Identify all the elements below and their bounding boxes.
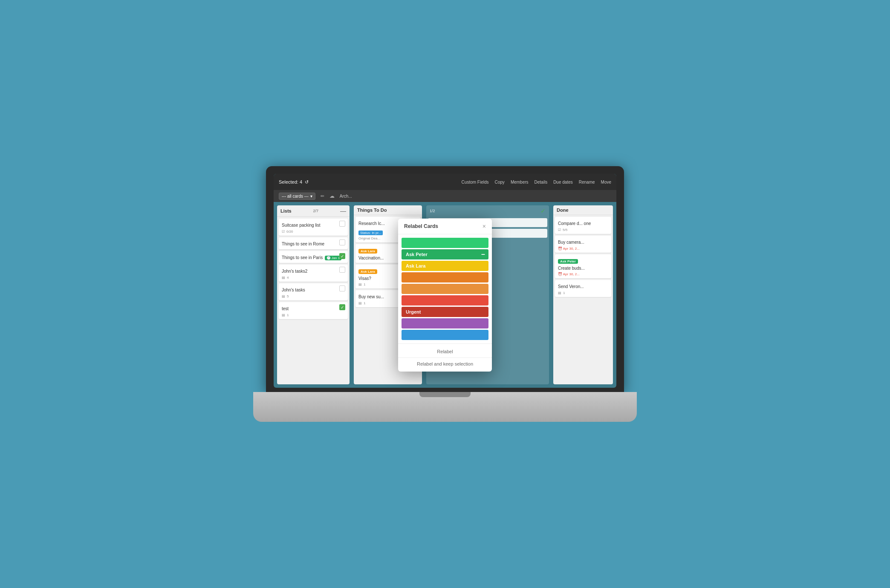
- modal-header: Relabel Cards ×: [398, 219, 492, 234]
- laptop-wrapper: Selected: 4 ↺ Custom Fields Copy Members…: [253, 166, 637, 422]
- label-green-empty[interactable]: [402, 238, 488, 248]
- custom-fields-action[interactable]: Custom Fields: [462, 180, 489, 184]
- filter-dropdown[interactable]: --- all cards --- ▾: [279, 193, 315, 200]
- due-dates-action[interactable]: Due dates: [553, 180, 573, 184]
- modal-overlay: Relabel Cards × Ask Peter –: [274, 202, 616, 388]
- rename-action[interactable]: Rename: [579, 180, 595, 184]
- cloud-icon[interactable]: ☁: [329, 193, 335, 199]
- archive-button[interactable]: Arch...: [340, 194, 352, 199]
- dropdown-arrow-icon: ▾: [310, 194, 312, 199]
- modal-title: Relabel Cards: [404, 223, 438, 229]
- modal-labels: Ask Peter – Ask Lara: [398, 234, 492, 343]
- laptop-base: [253, 392, 637, 422]
- refresh-icon[interactable]: ↺: [305, 179, 309, 185]
- label-red-light[interactable]: [402, 295, 488, 306]
- selected-badge: Selected: 4 ↺: [279, 179, 309, 185]
- label-urgent[interactable]: Urgent: [402, 307, 488, 317]
- relabel-keep-button[interactable]: Relabel and keep selection: [398, 357, 492, 370]
- board-area: Lists 2/7 — Suitcase packing list ☑ 0/20: [274, 202, 616, 388]
- label-purple[interactable]: [402, 318, 488, 329]
- move-action[interactable]: Move: [601, 180, 611, 184]
- top-bar: Selected: 4 ↺ Custom Fields Copy Members…: [274, 174, 616, 190]
- label-blue[interactable]: [402, 330, 488, 340]
- edit-icon[interactable]: ✏: [321, 193, 324, 199]
- label-ask-peter[interactable]: Ask Peter –: [402, 249, 488, 259]
- app-container: Selected: 4 ↺ Custom Fields Copy Members…: [274, 174, 616, 388]
- top-bar-actions: Custom Fields Copy Members Details Due d…: [462, 180, 611, 184]
- laptop-screen: Selected: 4 ↺ Custom Fields Copy Members…: [274, 174, 616, 388]
- selected-count: Selected: 4: [279, 179, 302, 184]
- modal-actions: Relabel Relabel and keep selection: [398, 343, 492, 372]
- modal-close-button[interactable]: ×: [483, 223, 486, 230]
- relabel-cards-modal: Relabel Cards × Ask Peter –: [398, 219, 492, 372]
- label-minus-icon: –: [481, 251, 485, 258]
- members-action[interactable]: Members: [511, 180, 529, 184]
- sub-bar: --- all cards --- ▾ ✏ ☁ Arch...: [274, 190, 616, 202]
- label-ask-lara[interactable]: Ask Lara: [402, 261, 488, 271]
- details-action[interactable]: Details: [535, 180, 548, 184]
- laptop-bezel: Selected: 4 ↺ Custom Fields Copy Members…: [266, 166, 624, 392]
- label-orange2[interactable]: [402, 284, 488, 294]
- copy-action[interactable]: Copy: [495, 180, 505, 184]
- label-orange[interactable]: [402, 272, 488, 282]
- relabel-button[interactable]: Relabel: [398, 346, 492, 357]
